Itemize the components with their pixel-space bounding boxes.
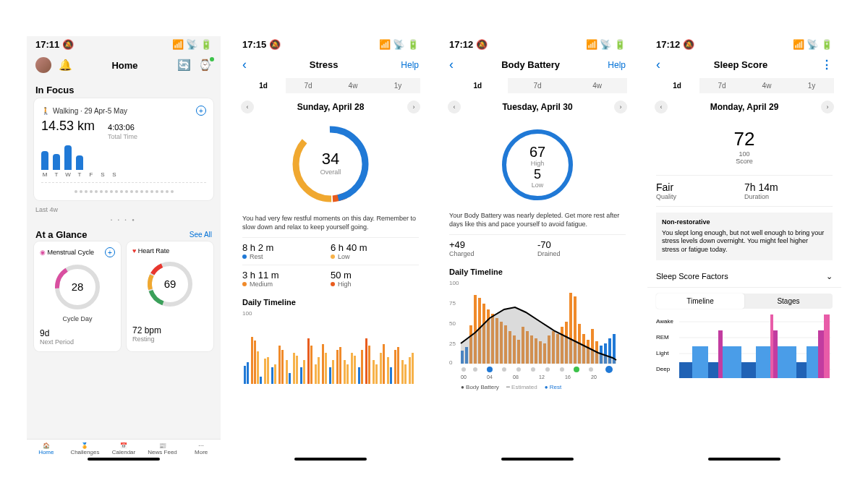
svg-text:16: 16 <box>565 374 571 380</box>
next-day[interactable]: › <box>821 100 834 114</box>
svg-text:75: 75 <box>449 300 456 307</box>
status-time: 17:12 <box>449 39 473 50</box>
tab-home[interactable]: 🏠Home <box>27 442 66 455</box>
svg-rect-58 <box>401 360 404 384</box>
sleep-factors-row[interactable]: Sleep Score Factors ⌄ <box>647 266 841 288</box>
svg-rect-57 <box>397 347 399 384</box>
next-day[interactable]: › <box>614 100 627 114</box>
page-title: Sleep Score <box>714 59 767 70</box>
svg-rect-22 <box>271 367 273 384</box>
svg-text:25: 25 <box>449 341 456 347</box>
date-label: Tuesday, April 30 <box>502 102 572 112</box>
add-icon[interactable]: + <box>196 106 206 116</box>
sync-icon[interactable]: 🔄 <box>177 59 191 72</box>
notifications-icon[interactable]: 🔔 <box>59 59 72 72</box>
status-time: 17:12 <box>656 39 680 50</box>
svg-rect-53 <box>383 344 385 384</box>
svg-rect-142 <box>773 330 778 378</box>
sleep-score-value: 72 100 Score <box>647 128 841 165</box>
tab-4w[interactable]: 4w <box>567 78 627 93</box>
svg-point-112 <box>502 367 506 372</box>
avatar[interactable] <box>35 57 51 73</box>
tab-7d[interactable]: 7d <box>508 78 568 93</box>
tab-1y[interactable]: 1y <box>789 78 834 93</box>
svg-rect-39 <box>332 360 334 384</box>
svg-rect-46 <box>358 367 360 384</box>
seg-timeline[interactable]: Timeline <box>656 294 744 309</box>
back-button[interactable]: ‹ <box>242 57 247 72</box>
svg-text:34: 34 <box>322 150 339 168</box>
tab-calendar[interactable]: 📅Calendar <box>104 442 143 455</box>
svg-rect-44 <box>351 353 353 384</box>
svg-text:00: 00 <box>461 374 467 380</box>
tab-news[interactable]: 📰News Feed <box>143 442 182 455</box>
tab-7d[interactable]: 7d <box>699 78 744 93</box>
svg-rect-21 <box>267 357 269 384</box>
svg-rect-141 <box>770 314 773 378</box>
tab-4w[interactable]: 4w <box>331 78 375 93</box>
tab-challenges[interactable]: 🏅Challenges <box>66 442 105 455</box>
svg-rect-54 <box>387 357 389 384</box>
heart-icon: ♥ <box>132 247 136 254</box>
device-icon[interactable]: ⌚ <box>198 59 212 72</box>
chevron-down-icon: ⌄ <box>826 272 833 281</box>
prev-day[interactable]: ‹ <box>448 100 461 114</box>
status-time: 17:15 <box>242 39 266 50</box>
screen-home: 17:11 🔕 📶 📡 🔋 🔔 Home 🔄 ⌚ In Focus 🚶Walki… <box>27 36 221 463</box>
svg-text:28: 28 <box>72 281 84 293</box>
tab-1d[interactable]: 1d <box>448 78 508 93</box>
next-day[interactable]: › <box>407 100 420 114</box>
battery-stats: +49Charged -70Drained <box>441 234 634 262</box>
tab-7d[interactable]: 7d <box>286 78 331 93</box>
home-indicator <box>708 458 780 461</box>
tab-more[interactable]: ⋯More <box>182 442 221 455</box>
sleep-summary: FairQuality 7h 14mDuration <box>656 175 833 207</box>
heart-rate-card[interactable]: ♥ Heart Rate 69 72 bpmResting <box>127 241 213 351</box>
svg-rect-55 <box>390 367 392 384</box>
help-link[interactable]: Help <box>608 60 626 70</box>
menu-icon[interactable]: ⋮ <box>821 58 833 72</box>
walking-range: Walking · 29 Apr-5 May <box>53 107 127 115</box>
svg-point-119 <box>605 366 613 373</box>
sleep-info-box: Non-restorative You slept long enough, b… <box>656 213 833 260</box>
tab-1y[interactable]: 1y <box>375 78 420 93</box>
svg-rect-17 <box>254 341 256 384</box>
help-link[interactable]: Help <box>401 60 419 70</box>
svg-rect-43 <box>346 364 349 384</box>
svg-rect-60 <box>409 357 411 384</box>
add-icon[interactable]: + <box>105 247 115 257</box>
see-all-link[interactable]: See All <box>190 231 212 239</box>
svg-rect-40 <box>336 350 339 384</box>
seg-stages[interactable]: Stages <box>744 294 833 309</box>
prev-day[interactable]: ‹ <box>241 100 254 114</box>
menstrual-card[interactable]: ◉ Menstrual Cycle+ 28 Cycle Day 9dNext P… <box>34 241 121 351</box>
walking-card[interactable]: 🚶Walking · 29 Apr-5 May + 14.53 km 4:03:… <box>34 98 213 200</box>
back-button[interactable]: ‹ <box>449 57 454 72</box>
back-button[interactable]: ‹ <box>656 57 660 72</box>
svg-text:04: 04 <box>487 374 493 380</box>
screen-sleep: 17:12 🔕📶 📡 🔋 ‹ Sleep Score ⋮ 1d 7d 4w 1y… <box>647 36 841 463</box>
svg-rect-47 <box>361 350 363 384</box>
weekly-bars <box>41 145 206 171</box>
timeline-title: Daily Timeline <box>234 292 427 307</box>
at-glance-title: At a Glance <box>35 229 88 240</box>
status-time: 17:11 <box>35 39 59 50</box>
prev-day[interactable]: ‹ <box>655 100 668 114</box>
tab-4w[interactable]: 4w <box>744 78 789 93</box>
tab-1d[interactable]: 1d <box>655 78 699 93</box>
svg-point-116 <box>560 367 564 372</box>
svg-rect-25 <box>281 350 284 384</box>
svg-point-113 <box>516 367 521 372</box>
svg-rect-49 <box>368 346 370 384</box>
stress-ring: 34 Overall <box>287 121 374 207</box>
svg-text:Low: Low <box>532 181 544 189</box>
svg-rect-27 <box>289 373 291 384</box>
tab-1d[interactable]: 1d <box>241 78 286 93</box>
svg-rect-139 <box>741 362 756 378</box>
body-battery-ring: 67 High 5 Low <box>498 125 577 205</box>
svg-rect-41 <box>339 347 341 384</box>
battery-timeline-chart: 100 75 50 25 0 <box>441 278 634 390</box>
status-bar: 17:11 🔕 📶 📡 🔋 <box>27 36 221 54</box>
svg-rect-18 <box>257 351 259 384</box>
svg-rect-147 <box>824 314 830 378</box>
